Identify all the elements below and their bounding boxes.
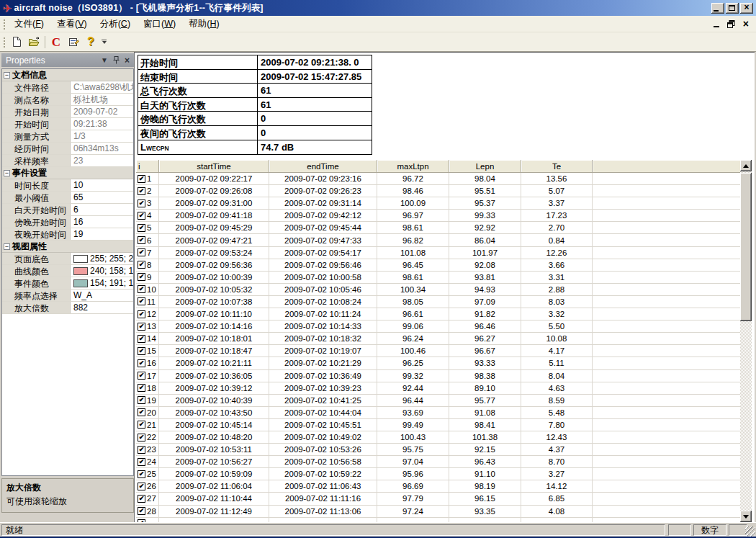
- property-value[interactable]: 23: [71, 155, 133, 166]
- panel-menu-chevron-icon[interactable]: ▼: [101, 57, 108, 64]
- row-checkbox[interactable]: ✔: [138, 470, 145, 478]
- event-row[interactable]: ✔232009-07-02 10:53:112009-07-02 10:53:2…: [136, 444, 740, 456]
- panel-close-icon[interactable]: ×: [125, 56, 130, 65]
- scrollbar-track[interactable]: [740, 171, 752, 511]
- row-checkbox[interactable]: ✔: [138, 310, 145, 318]
- menu-item-window[interactable]: 窗口(W): [137, 17, 182, 32]
- row-checkbox[interactable]: ✔: [138, 248, 145, 256]
- event-row[interactable]: ✔252009-07-02 10:59:092009-07-02 10:59:2…: [136, 468, 740, 480]
- event-row[interactable]: ✔92009-07-02 10:00:392009-07-02 10:00:58…: [136, 272, 740, 284]
- property-value[interactable]: 1/3: [71, 130, 133, 142]
- property-value[interactable]: W_A: [71, 290, 133, 301]
- column-header-endTime[interactable]: endTime: [269, 160, 377, 173]
- event-row[interactable]: ✔172009-07-02 10:36:052009-07-02 10:36:4…: [136, 370, 740, 382]
- scrollbar-thumb[interactable]: [740, 173, 752, 321]
- property-value[interactable]: 栎社机场: [71, 94, 133, 105]
- toolbar-options-button[interactable]: [99, 34, 109, 50]
- property-value[interactable]: 255; 255; 25: [71, 253, 133, 264]
- row-checkbox[interactable]: ✔: [138, 335, 145, 343]
- properties-button[interactable]: [65, 34, 82, 50]
- property-value[interactable]: 10: [71, 179, 133, 191]
- menu-item-view[interactable]: 查看(V): [50, 17, 94, 32]
- row-checkbox[interactable]: ✔: [138, 396, 145, 404]
- row-checkbox[interactable]: ✔: [138, 224, 145, 232]
- row-checkbox[interactable]: ✔: [138, 347, 145, 355]
- column-header-i[interactable]: i: [136, 160, 159, 173]
- property-value[interactable]: 240; 158; 15: [71, 265, 133, 277]
- event-row[interactable]: ✔72009-07-02 09:53:242009-07-02 09:54:17…: [136, 247, 740, 259]
- row-checkbox[interactable]: ✔: [138, 359, 145, 367]
- event-row[interactable]: ✔82009-07-02 09:56:362009-07-02 09:56:46…: [136, 259, 740, 272]
- color-swatch[interactable]: [73, 279, 88, 287]
- menu-item-analysis[interactable]: 分析(C): [94, 17, 137, 32]
- collapse-icon[interactable]: −: [4, 72, 10, 79]
- row-checkbox[interactable]: ✔: [138, 297, 145, 305]
- vertical-scrollbar[interactable]: [740, 160, 752, 522]
- column-header-maxLtpn[interactable]: maxLtpn: [377, 160, 449, 173]
- property-value[interactable]: 2009-07-02: [71, 106, 133, 117]
- row-checkbox[interactable]: ✔: [138, 495, 145, 503]
- scroll-down-button[interactable]: [740, 511, 752, 522]
- event-row[interactable]: ✔22009-07-02 09:26:082009-07-02 09:26:23…: [136, 185, 740, 197]
- event-row[interactable]: ✔272009-07-02 11:10:442009-07-02 11:11:1…: [136, 493, 740, 505]
- row-checkbox[interactable]: ✔: [138, 458, 145, 466]
- row-checkbox[interactable]: ✔: [138, 483, 145, 490]
- open-file-button[interactable]: [25, 34, 42, 50]
- row-checkbox[interactable]: ✔: [138, 507, 145, 515]
- row-checkbox[interactable]: ✔: [138, 236, 145, 244]
- event-row[interactable]: ✔112009-07-02 10:07:382009-07-02 10:08:2…: [136, 296, 740, 308]
- maximize-button[interactable]: [726, 3, 739, 14]
- row-checkbox[interactable]: ✔: [138, 372, 145, 380]
- row-checkbox[interactable]: ✔: [138, 446, 145, 454]
- new-document-button[interactable]: [8, 34, 25, 50]
- event-row[interactable]: ✔182009-07-02 10:39:122009-07-02 10:39:2…: [136, 382, 740, 395]
- row-checkbox[interactable]: ✔: [138, 187, 145, 195]
- event-row[interactable]: ✔202009-07-02 10:43:502009-07-02 10:44:0…: [136, 407, 740, 419]
- minimize-button[interactable]: [711, 3, 724, 14]
- property-value[interactable]: 882: [71, 302, 133, 313]
- color-swatch[interactable]: [73, 255, 88, 263]
- event-row[interactable]: ✔52009-07-02 09:45:292009-07-02 09:45:44…: [136, 222, 740, 234]
- property-value[interactable]: 06h34m13s: [71, 143, 133, 154]
- column-header-startTime[interactable]: startTime: [159, 160, 269, 173]
- property-value[interactable]: 6: [71, 204, 133, 215]
- close-button[interactable]: ×: [740, 3, 753, 14]
- property-value[interactable]: 154; 191; 18: [71, 277, 133, 289]
- event-row[interactable]: ✔192009-07-02 10:40:392009-07-02 10:41:2…: [136, 395, 740, 407]
- c-weighting-button[interactable]: C: [48, 34, 65, 50]
- pin-icon[interactable]: [113, 56, 120, 64]
- event-row[interactable]: ✔222009-07-02 10:48:202009-07-02 10:49:0…: [136, 431, 740, 444]
- menu-item-help[interactable]: 帮助(H): [182, 17, 225, 32]
- event-row[interactable]: ✔282009-07-02 11:12:492009-07-02 11:13:0…: [136, 506, 740, 518]
- toolbar-grip[interactable]: [2, 36, 5, 48]
- row-checkbox[interactable]: ✔: [138, 261, 145, 269]
- event-row[interactable]: ✔212009-07-02 10:45:142009-07-02 10:45:5…: [136, 419, 740, 431]
- row-checkbox[interactable]: ✔: [138, 212, 145, 220]
- property-value[interactable]: 65: [71, 192, 133, 203]
- row-checkbox[interactable]: ✔: [138, 434, 145, 441]
- event-row[interactable]: ✔12009-07-02 09:22:172009-07-02 09:23:16…: [136, 173, 740, 185]
- row-checkbox[interactable]: ✔: [138, 273, 145, 281]
- menu-item-file[interactable]: 文件(F): [8, 17, 50, 32]
- child-minimize-icon[interactable]: [714, 26, 719, 27]
- color-swatch[interactable]: [73, 267, 88, 275]
- child-restore-icon[interactable]: [727, 20, 735, 28]
- event-row[interactable]: ✔102009-07-02 10:05:322009-07-02 10:05:4…: [136, 284, 740, 296]
- event-row[interactable]: ✔162009-07-02 10:21:112009-07-02 10:21:2…: [136, 357, 740, 369]
- event-row[interactable]: ✔142009-07-02 10:18:012009-07-02 10:18:3…: [136, 333, 740, 345]
- child-close-icon[interactable]: ×: [743, 19, 749, 29]
- resize-grip[interactable]: [745, 526, 755, 537]
- help-button[interactable]: ?: [82, 34, 99, 50]
- row-checkbox[interactable]: ✔: [138, 323, 145, 331]
- column-header-Lepn[interactable]: Lepn: [449, 160, 521, 173]
- menubar-grip[interactable]: [2, 18, 5, 30]
- property-value[interactable]: 09:21:38: [71, 118, 133, 130]
- row-checkbox[interactable]: ✔: [138, 421, 145, 429]
- event-row[interactable]: ✔152009-07-02 10:18:472009-07-02 10:19:0…: [136, 345, 740, 357]
- row-checkbox[interactable]: ✔: [138, 199, 145, 207]
- event-row[interactable]: ✔62009-07-02 09:47:212009-07-02 09:47:33…: [136, 234, 740, 246]
- event-row[interactable]: ✔32009-07-02 09:31:002009-07-02 09:31:14…: [136, 197, 740, 210]
- property-value[interactable]: 19: [71, 228, 133, 240]
- row-checkbox[interactable]: ✔: [138, 408, 145, 416]
- collapse-icon[interactable]: −: [4, 170, 10, 176]
